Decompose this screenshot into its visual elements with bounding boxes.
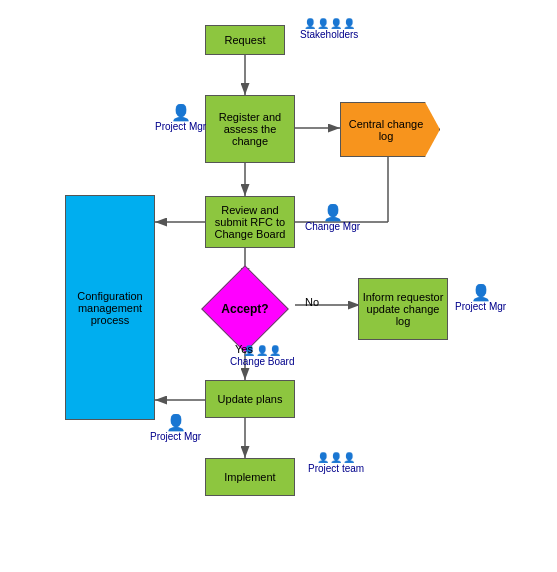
person-icon-3: 👤: [471, 285, 491, 301]
accept-diamond-wrap: Accept?: [205, 278, 285, 340]
person-icon-4: 👤: [166, 415, 186, 431]
config-box: Configuration management process: [65, 195, 155, 420]
project-mgr-1: 👤 Project Mgr: [155, 105, 206, 132]
review-box: Review and submit RFC to Change Board: [205, 196, 295, 248]
diagram: Request 👤 👤 👤 👤 Stakeholders Register an…: [0, 0, 557, 572]
project-team-icons: 👤 👤 👤: [317, 452, 355, 463]
implement-box: Implement: [205, 458, 295, 496]
accept-label: Accept?: [205, 278, 285, 340]
person-icon: 👤: [304, 18, 316, 29]
person-icon: 👤: [256, 345, 268, 356]
update-box: Update plans: [205, 380, 295, 418]
person-icon: 👤: [330, 18, 342, 29]
request-box: Request: [205, 25, 285, 55]
project-team-label: 👤 👤 👤 Project team: [308, 452, 364, 474]
person-icon: 👤: [343, 18, 355, 29]
stakeholders-icons: 👤 👤 👤 👤: [304, 18, 355, 29]
yes-label: Yes: [235, 343, 253, 355]
project-mgr-3: 👤 Project Mgr: [150, 415, 201, 442]
no-label: No: [305, 296, 319, 308]
person-icon: 👤: [317, 18, 329, 29]
project-mgr-2: 👤 Project Mgr: [455, 285, 506, 312]
central-change-box: Central change log: [340, 102, 440, 157]
person-icon: 👤: [343, 452, 355, 463]
change-mgr-1: 👤 Change Mgr: [305, 205, 360, 232]
person-icon: 👤: [269, 345, 281, 356]
register-box: Register and assess the change: [205, 95, 295, 163]
stakeholders-label: 👤 👤 👤 👤 Stakeholders: [300, 18, 358, 40]
person-icon: 👤: [330, 452, 342, 463]
inform-box: Inform requestor update change log: [358, 278, 448, 340]
person-icon: 👤: [317, 452, 329, 463]
person-icon-2: 👤: [323, 205, 343, 221]
person-icon-1: 👤: [171, 105, 191, 121]
